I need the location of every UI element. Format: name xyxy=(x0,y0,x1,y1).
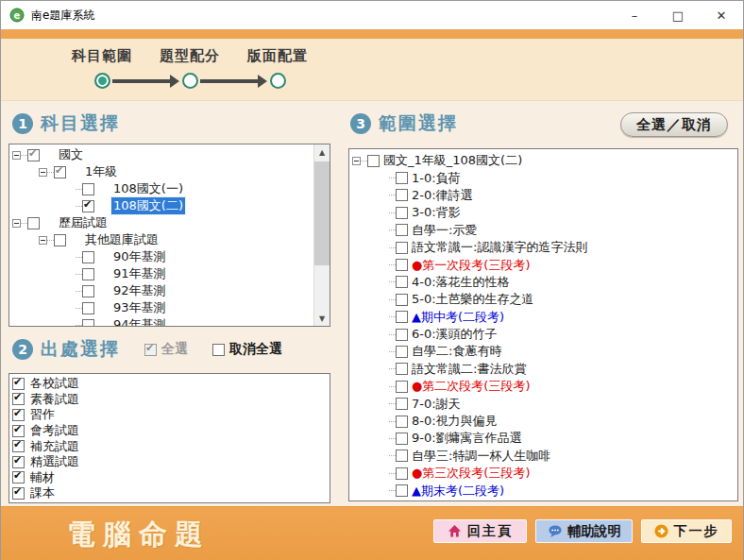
source-item-label[interactable]: 會考試題 xyxy=(28,422,81,439)
checkbox[interactable] xyxy=(396,346,408,358)
source-item-label[interactable]: 補充試題 xyxy=(28,438,81,455)
checkbox[interactable] xyxy=(396,398,408,410)
tree-item-label[interactable]: 1-0:負荷 xyxy=(410,170,463,187)
checkbox[interactable] xyxy=(396,224,408,236)
source-item-label[interactable]: 素養試題 xyxy=(28,391,81,408)
tree-item-label[interactable]: 108國文(一) xyxy=(111,180,185,197)
tree-item-label[interactable]: 7-0:謝天 xyxy=(410,396,463,413)
checkbox[interactable] xyxy=(82,319,94,327)
checkbox[interactable] xyxy=(396,207,408,219)
tree-item-label[interactable]: 1年級 xyxy=(83,163,119,180)
scroll-up-icon[interactable]: ▲ xyxy=(314,144,330,160)
tree-item-label[interactable]: ●第二次段考(三段考) xyxy=(410,378,533,395)
expand-collapse-toggle[interactable] xyxy=(39,236,47,245)
checkbox[interactable] xyxy=(82,285,94,297)
expand-collapse-toggle[interactable] xyxy=(39,168,47,177)
tree-item-label[interactable]: 自學二:食蔥有時 xyxy=(410,343,503,360)
select-all-checkbox[interactable] xyxy=(144,344,157,356)
scrollbar-thumb[interactable] xyxy=(314,161,330,265)
deselect-all-checkbox[interactable] xyxy=(212,344,225,356)
tree-item-label[interactable]: 其他題庫試題 xyxy=(83,231,161,248)
checkbox[interactable] xyxy=(396,172,408,184)
tree-item-label[interactable]: 2-0:律詩選 xyxy=(410,187,475,204)
checkbox[interactable] xyxy=(396,329,408,341)
tree-item-label[interactable]: ▲期中考(二段考) xyxy=(410,309,506,326)
tree-item-label[interactable]: ●第三次段考(三段考) xyxy=(410,465,533,482)
vertical-scrollbar[interactable]: ▲ ▼ xyxy=(313,144,330,326)
expand-collapse-toggle[interactable] xyxy=(12,219,21,228)
checkbox[interactable] xyxy=(367,155,380,167)
checkbox[interactable] xyxy=(54,166,66,178)
checkbox[interactable] xyxy=(396,484,408,497)
checkbox[interactable] xyxy=(396,381,408,393)
checkbox[interactable] xyxy=(396,363,408,375)
checkbox[interactable] xyxy=(12,440,25,452)
checkbox[interactable] xyxy=(82,251,94,263)
tree-item-label[interactable]: 91年基測 xyxy=(111,265,168,282)
checkbox[interactable] xyxy=(396,450,408,462)
source-item-label[interactable]: 精選試題 xyxy=(28,453,81,470)
tree-item-label[interactable]: 自學三:特調一杯人生咖啡 xyxy=(410,448,552,465)
tree-item-label[interactable]: 90年基測 xyxy=(111,248,168,265)
checkbox[interactable] xyxy=(396,294,408,306)
tree-item-label[interactable]: 語文常識一:認識漢字的造字法則 xyxy=(410,239,589,256)
tree-item-label[interactable]: 5-0:土芭樂的生存之道 xyxy=(410,291,536,308)
minimize-icon[interactable]: – xyxy=(613,1,656,29)
tree-indent xyxy=(349,229,379,230)
tree-item-label[interactable]: 4-0:落花生的性格 xyxy=(410,274,512,291)
close-icon[interactable]: ✕ xyxy=(700,1,743,29)
tree-connector-icon xyxy=(76,206,82,207)
checkbox[interactable] xyxy=(82,200,94,212)
tree-item-label[interactable]: 語文常識二:書法欣賞 xyxy=(410,361,528,378)
tree-item-label[interactable]: 歷屆試題 xyxy=(57,214,110,231)
scroll-down-icon[interactable]: ▼ xyxy=(314,311,330,326)
checkbox[interactable] xyxy=(12,471,25,484)
tree-row: 5-0:土芭樂的生存之道 xyxy=(349,291,737,308)
checkbox[interactable] xyxy=(82,302,94,314)
tree-item-label[interactable]: 6-0:溪頭的竹子 xyxy=(410,326,499,343)
tree-item-label[interactable]: 自學一:示愛 xyxy=(410,222,479,239)
tree-item-label[interactable]: ●第一次段考(三段考) xyxy=(410,257,533,274)
home-button[interactable]: 回主頁 xyxy=(433,519,527,543)
expand-collapse-toggle[interactable] xyxy=(12,151,21,160)
tree-item-label[interactable]: 國文 xyxy=(57,146,85,163)
checkbox[interactable] xyxy=(27,217,40,229)
source-item-label[interactable]: 課本 xyxy=(28,484,57,501)
maximize-icon[interactable]: □ xyxy=(656,1,700,29)
tree-item-label[interactable]: 93年基測 xyxy=(111,299,168,316)
checkbox[interactable] xyxy=(12,378,25,390)
tree-item-label[interactable]: ▲期末考(二段考) xyxy=(410,483,506,500)
checkbox[interactable] xyxy=(27,149,40,161)
tree-item-label[interactable]: 8-0:視力與偏見 xyxy=(410,413,499,430)
checkbox[interactable] xyxy=(396,242,408,254)
checkbox[interactable] xyxy=(396,467,408,480)
checkbox[interactable] xyxy=(82,268,94,280)
source-item-label[interactable]: 輔材 xyxy=(28,469,57,486)
checkbox[interactable] xyxy=(12,456,25,468)
select-all-toggle-button[interactable]: 全選／取消 xyxy=(620,112,728,137)
checkbox[interactable] xyxy=(396,259,408,271)
tree-item-label[interactable]: 3-0:背影 xyxy=(410,204,463,221)
tree-item-label[interactable]: 9-0:劉墉寓言作品選 xyxy=(410,430,524,447)
expand-collapse-toggle[interactable] xyxy=(352,157,361,165)
checkbox[interactable] xyxy=(54,234,66,246)
checkbox[interactable] xyxy=(396,276,408,288)
checkbox[interactable] xyxy=(396,416,408,428)
checkbox[interactable] xyxy=(12,409,25,421)
checkbox[interactable] xyxy=(12,425,25,437)
help-button[interactable]: 輔助說明 xyxy=(535,519,633,543)
tree-item-label[interactable]: 92年基測 xyxy=(111,282,168,299)
checkbox[interactable] xyxy=(396,189,408,201)
tree-item-label[interactable]: 94年基測 xyxy=(111,316,168,326)
checkbox[interactable] xyxy=(82,183,94,195)
checkbox[interactable] xyxy=(12,487,25,500)
checkbox[interactable] xyxy=(396,433,408,445)
checkbox[interactable] xyxy=(396,311,408,323)
checkbox[interactable] xyxy=(12,393,25,405)
tree-item-label[interactable]: 108國文(二) xyxy=(111,197,185,214)
tree-item-label[interactable]: 國文_1年級_108國文(二) xyxy=(381,152,524,169)
next-step-button[interactable]: 下一步 xyxy=(641,519,732,543)
source-item-label[interactable]: 各校試題 xyxy=(28,375,81,392)
source-item-label[interactable]: 習作 xyxy=(28,406,57,423)
tree-connector-icon xyxy=(76,325,82,326)
